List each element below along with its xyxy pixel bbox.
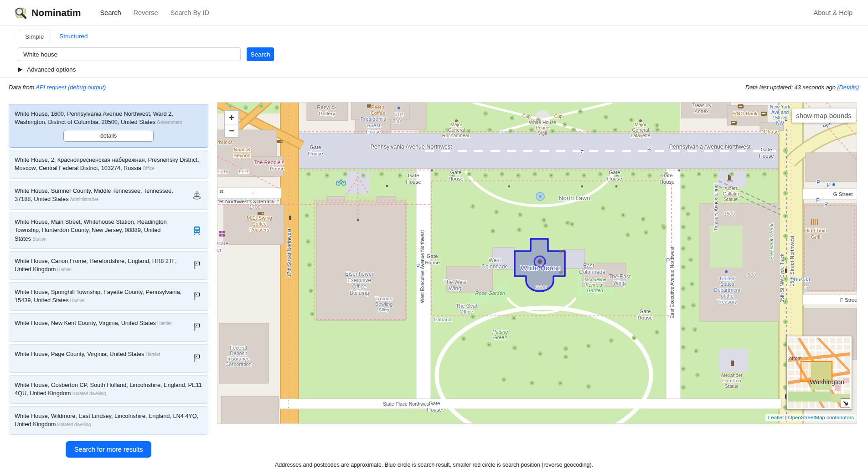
- footer-note: Addresses and postcodes are approximate.…: [0, 462, 868, 468]
- nav-about-help[interactable]: About & Help: [814, 9, 852, 16]
- svg-text:et Northwest Cycletrack: et Northwest Cycletrack: [219, 199, 275, 204]
- overview-minimap[interactable]: Washington ottom: [786, 336, 852, 410]
- svg-text:Peace: Peace: [536, 125, 549, 130]
- navbar: Nominatim Search Reverse Search By ID Ab…: [0, 0, 868, 26]
- result-item[interactable]: White House, Wildmore, East Lindsey, Lin…: [9, 406, 208, 435]
- result-type-badge: Station: [32, 237, 46, 242]
- minimap-toggle-button[interactable]: [841, 398, 850, 408]
- svg-text:Cup: Cup: [554, 114, 563, 119]
- svg-text:House: House: [427, 407, 442, 412]
- result-item[interactable]: White House, Springhill Township, Fayett…: [9, 282, 208, 311]
- svg-text:Wing: Wing: [613, 280, 625, 286]
- expand-triangle-icon: [18, 67, 22, 72]
- result-item[interactable]: White House, Gosberton CP, South Holland…: [9, 375, 208, 404]
- svg-text:Treasury: Treasury: [718, 299, 737, 304]
- svg-text:House: House: [637, 315, 652, 320]
- advanced-options-toggle[interactable]: Advanced options: [18, 66, 76, 73]
- search-section: Simple Structured Search Advanced option…: [0, 26, 868, 78]
- svg-text:House: House: [759, 153, 774, 159]
- svg-text:Alexander: Alexander: [721, 372, 743, 378]
- result-item[interactable]: White House, Sumner County, Middle Tenne…: [9, 181, 208, 210]
- result-text: White House, Springhill Township, Fayett…: [15, 289, 181, 304]
- search-input[interactable]: [18, 47, 241, 61]
- result-type-badge: Hamlet: [70, 298, 85, 303]
- result-item[interactable]: White House, Page County, Virginia, Unit…: [9, 344, 208, 373]
- osm-contributors-link[interactable]: OpenStreetMap contributors: [788, 415, 854, 420]
- result-item[interactable]: White House, 2, Краснопресненская набере…: [9, 150, 208, 179]
- svg-text:House: House: [607, 176, 622, 181]
- svg-text:House: House: [406, 179, 421, 185]
- last-updated-label: Data last updated:: [745, 84, 793, 91]
- api-request-link[interactable]: API request: [36, 84, 66, 91]
- tab-structured[interactable]: Structured: [52, 30, 94, 43]
- svg-text:West: West: [488, 257, 501, 263]
- result-text: White House, Wildmore, East Lindsey, Lin…: [15, 413, 198, 428]
- svg-text:The East: The East: [609, 273, 631, 280]
- svg-text:1711: 1711: [238, 169, 249, 174]
- svg-text:P: P: [804, 286, 808, 292]
- svg-text:Starbucks: Starbucks: [217, 139, 233, 145]
- svg-text:United: United: [720, 276, 734, 281]
- svg-text:House: House: [269, 166, 284, 171]
- svg-text:P: P: [824, 201, 828, 207]
- svg-text:Statue: Statue: [725, 383, 739, 389]
- svg-text:Vigil: Vigil: [538, 130, 547, 136]
- tab-bar: Simple Structured: [18, 30, 850, 43]
- debug-output-link[interactable]: (debug output): [68, 84, 106, 91]
- svg-text:ecare: ecare: [217, 241, 228, 246]
- svg-text:Guest: Guest: [367, 123, 381, 128]
- svg-text:East: East: [583, 263, 594, 269]
- map-container[interactable]: Pennsylvania Avenue NorthwestPennsylvani…: [217, 103, 857, 423]
- svg-text:Statue: Statue: [724, 196, 738, 202]
- svg-text:P: P: [827, 182, 831, 188]
- svg-text:President's Park: President's Park: [769, 223, 774, 260]
- svg-text:Old Ebbitt: Old Ebbitt: [804, 228, 827, 233]
- svg-text:General: General: [448, 127, 465, 133]
- svg-text:House: House: [366, 129, 381, 134]
- nav-reverse[interactable]: Reverse: [133, 9, 158, 16]
- details-button[interactable]: details: [63, 130, 154, 142]
- minimap-partial-label: ottom: [789, 356, 802, 361]
- search-button[interactable]: Search: [247, 47, 274, 61]
- svg-text:Treasury: Treasury: [692, 103, 712, 108]
- show-map-bounds-button[interactable]: show map bounds: [792, 108, 856, 123]
- brand-link[interactable]: Nominatim: [14, 6, 81, 20]
- result-type-badge: Hamlet: [145, 352, 160, 357]
- svg-text:Renwick: Renwick: [317, 104, 337, 110]
- svg-text:Pennsylvania Avenue Northwest: Pennsylvania Avenue Northwest: [370, 144, 452, 150]
- svg-text:Coffee: Coffee: [252, 221, 267, 227]
- result-item[interactable]: White House, 1600, Pennsylvania Avenue N…: [9, 104, 208, 148]
- nav-search[interactable]: Search: [100, 9, 121, 16]
- svg-text:Gate: Gate: [310, 144, 321, 150]
- result-text: White House, Gosberton CP, South Holland…: [15, 382, 202, 397]
- data-from-label: Data from: [9, 84, 34, 91]
- svg-text:er: er: [217, 247, 222, 253]
- result-text: White House, 1600, Pennsylvania Avenue N…: [15, 111, 173, 125]
- search-more-button[interactable]: Search for more results: [66, 441, 151, 458]
- result-item[interactable]: White House, New Kent County, Virginia, …: [9, 313, 208, 342]
- leaflet-link[interactable]: Leaflet: [768, 415, 784, 420]
- svg-text:House: House: [448, 176, 463, 181]
- svg-text:The West: The West: [443, 279, 467, 285]
- updated-details-link[interactable]: (Details): [837, 84, 859, 91]
- svg-text:1719: 1719: [217, 169, 228, 174]
- svg-text:House: House: [308, 151, 323, 156]
- pennsylvania-avenue-band: [297, 133, 780, 169]
- svg-text:Gate: Gate: [450, 170, 462, 175]
- result-item[interactable]: White House, Main Street, Whitehouse Sta…: [9, 212, 208, 248]
- result-type-badge: Administrative: [70, 197, 99, 202]
- svg-text:Wing: Wing: [449, 285, 461, 292]
- brand-title: Nominatim: [31, 7, 81, 18]
- svg-text:Gate: Gate: [427, 253, 438, 259]
- svg-text:Insurance: Insurance: [227, 356, 249, 361]
- map-canvas[interactable]: Pennsylvania Avenue NorthwestPennsylvani…: [217, 103, 857, 423]
- tab-simple[interactable]: Simple: [18, 30, 51, 43]
- zoom-in-button[interactable]: +: [225, 111, 238, 124]
- svg-text:Jacqueline: Jacqueline: [583, 277, 606, 282]
- result-item[interactable]: White House, Canon Frome, Herefordshire,…: [9, 251, 208, 280]
- svg-text:Gate: Gate: [429, 401, 440, 406]
- svg-text:Green: Green: [493, 335, 507, 340]
- svg-text:Hamilton: Hamilton: [722, 378, 741, 383]
- zoom-out-button[interactable]: −: [225, 124, 238, 137]
- nav-search-by-id[interactable]: Search By ID: [170, 9, 209, 16]
